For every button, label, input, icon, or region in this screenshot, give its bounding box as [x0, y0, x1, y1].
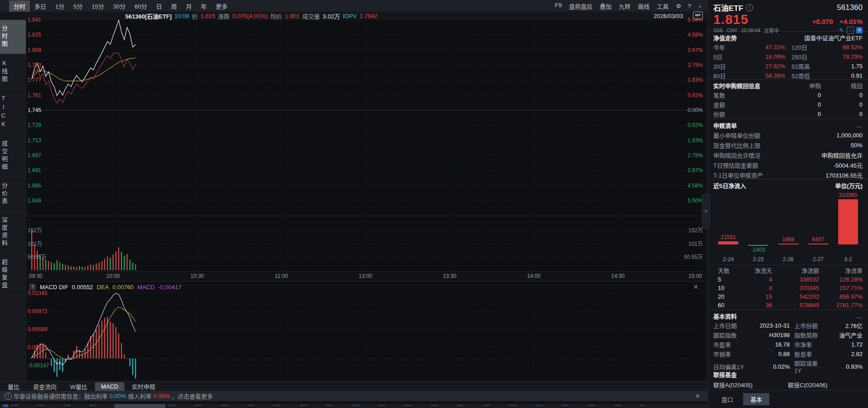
- sidebar-view-item[interactable]: 超级复盘: [0, 253, 26, 295]
- help-icon[interactable]: ?: [685, 3, 694, 9]
- period-tab[interactable]: 月: [181, 0, 196, 12]
- indicator-tab[interactable]: 量比: [2, 381, 25, 392]
- sidebar-view-item[interactable]: K线图: [0, 54, 26, 89]
- macd-axis-label: 0.00226: [28, 344, 47, 351]
- basic-info-row: 市盈率 16.78 市净率 1.72: [713, 340, 863, 349]
- intraday-chart[interactable]: 1.8411.8251.8091.7931.7771.7611.7451.729…: [26, 20, 705, 271]
- status-bar[interactable]: ! 华泰证券融券通供需信息：融出利率 0.00% 借入利率 0.00% ，点击查…: [0, 391, 707, 401]
- linked-fund-a[interactable]: 联接A(020405): [713, 380, 788, 389]
- indicator-tab[interactable]: 资金流向: [27, 381, 62, 392]
- inflow-table-header: 天数 净流天 净流额 净流率: [713, 265, 863, 275]
- net-days-value: 4: [736, 276, 772, 283]
- nav-label: 120日: [785, 43, 817, 52]
- quote-header: 石油ETF i 561360 1.815 +0.070 +4.01% SSE C…: [708, 0, 868, 32]
- gear-icon[interactable]: ⚙: [674, 3, 683, 9]
- time-axis-label: 13:00: [359, 273, 372, 279]
- sidebar-view-item[interactable]: 分价表: [0, 177, 26, 211]
- fund-full-name: 国泰中证油气产业ETF: [804, 33, 863, 42]
- last-price: 1.815: [713, 12, 749, 27]
- period-tab[interactable]: 5分: [69, 0, 87, 12]
- nav-value: 68.52%: [817, 44, 863, 51]
- close-icon[interactable]: ✕: [695, 393, 700, 400]
- period-tab[interactable]: 日: [152, 0, 166, 12]
- col-net-amount: 净流额: [772, 266, 819, 275]
- close-icon[interactable]: ✕: [693, 283, 698, 291]
- sidebar-view-item[interactable]: 成交明细: [0, 135, 26, 177]
- net-amount-value: 542202: [772, 293, 819, 300]
- section-title-realtime: 实时申购赎回信息: [713, 81, 779, 90]
- toolbar-tool[interactable]: 盘前盘后: [565, 0, 596, 12]
- inflow-table-row: 10 8 370345 157.71%: [713, 284, 863, 292]
- price-axis-label: 1.681: [28, 167, 41, 174]
- creation-list-row: 申购赎回允许情况 申购赎回皆允许: [713, 150, 863, 160]
- cutoff-icon: [3, 404, 8, 407]
- list-value: 申购赎回皆允许: [821, 151, 863, 159]
- section-title-linked: 联接基金: [713, 370, 737, 379]
- inflow-bar: [748, 245, 768, 246]
- basic-info-row: 跟踪指数 H30198 指数简称 油气产业: [713, 330, 863, 340]
- iopv-value: 1.7942: [360, 13, 378, 19]
- macd-panel[interactable]: ? MACD DIF 0.00552 DEA 0.00760 MACD -0.0…: [26, 281, 705, 381]
- panel-tab[interactable]: 基本: [743, 393, 769, 405]
- sidebar-view-item[interactable]: 深度资料: [0, 211, 26, 253]
- volume-axis-label: 50.55万: [684, 254, 703, 260]
- toolbar-tool[interactable]: 九转: [615, 0, 634, 12]
- price-axis-label: 1.825: [28, 32, 41, 38]
- period-tab[interactable]: 周: [166, 0, 181, 12]
- sidebar-view-item[interactable]: 分时图: [0, 20, 26, 54]
- toolbar-tool[interactable]: 工具: [653, 0, 672, 12]
- period-tab[interactable]: 更多: [211, 0, 232, 12]
- panel-tabs: 盘口基本: [708, 390, 868, 408]
- linked-fund-c[interactable]: 联接C(020406): [788, 380, 863, 389]
- basic-value: 油气产业: [821, 331, 863, 339]
- price-axis-label: 1.745: [28, 107, 41, 113]
- indicator-tab[interactable]: MACD: [95, 382, 124, 391]
- toolbar-tool[interactable]: 画线: [634, 0, 653, 12]
- basic-value: 2023-10-31: [748, 322, 790, 329]
- period-tab[interactable]: 年: [196, 0, 211, 12]
- panel-collapse-handle[interactable]: »: [702, 193, 710, 229]
- list-label: T-1日单位申赎资产: [713, 171, 763, 179]
- toolbar-tool[interactable]: 叠加: [596, 0, 615, 12]
- period-tab[interactable]: 60分: [130, 0, 151, 12]
- price-axis-label: 1.793: [28, 62, 41, 68]
- volume-label: 成交量: [302, 12, 320, 20]
- period-tab[interactable]: 多日: [30, 0, 51, 12]
- price-change-pct: +4.01%: [840, 18, 863, 25]
- price-axis-label: 1.809: [28, 47, 41, 53]
- indicator-tab[interactable]: W量比: [64, 381, 93, 392]
- period-tab[interactable]: 分时: [9, 0, 30, 12]
- percent-axis-label: 4.58%: [688, 32, 703, 38]
- period-tab[interactable]: 15分: [87, 0, 109, 12]
- more-button[interactable]: …: [856, 313, 863, 319]
- period-tabs: 分时多日1分5分15分30分60分日周月年更多: [9, 0, 232, 12]
- more-button[interactable]: …: [856, 122, 863, 129]
- nav-trend-rows: 今年 47.32% 120日 68.52% 5日 18.09% 250日 78.…: [713, 42, 863, 80]
- indicator-tab[interactable]: 实时申赎: [126, 381, 161, 392]
- chevron-right-icon[interactable]: ›: [696, 3, 705, 9]
- creation-list-rows: 最小申赎单位份额 1,000,000 现金替代比例上限 50% 申购赎回允许情况…: [713, 130, 863, 180]
- inflow-table-row: 60 36 578649 2761.77%: [713, 301, 863, 310]
- net-amount-value: 578649: [772, 302, 819, 309]
- realtime-rows: 笔数 0 0 金额 0 0 份额 0 0: [713, 90, 863, 119]
- time-axis-label: 14:30: [611, 273, 625, 279]
- list-label: 现金替代比例上限: [713, 141, 760, 150]
- period-tab[interactable]: 30分: [109, 0, 130, 12]
- col-net-rate: 净流率: [819, 266, 863, 275]
- info-icon[interactable]: i: [746, 4, 753, 11]
- basic-info-row: 市销率 0.88 股息率 2.82: [713, 349, 863, 359]
- nav-value: 18.09%: [740, 53, 785, 60]
- list-value: 1,000,000: [836, 132, 863, 139]
- list-value: 50%: [851, 142, 863, 149]
- price-axis-label: 1.777: [28, 77, 41, 83]
- volume-value: 3.02万: [323, 12, 340, 20]
- period-tab[interactable]: 1分: [51, 0, 69, 12]
- panel-tab[interactable]: 盘口: [714, 393, 740, 405]
- avg-label: 均价: [270, 12, 282, 20]
- toolbar-tool[interactable]: F9: [551, 0, 565, 12]
- volume-axis-label: 101万: [688, 241, 703, 247]
- help-icon[interactable]: ?: [29, 283, 36, 291]
- realtime-creation-section: 实时申购赎回信息 申购 赎回 笔数 0 0 金额 0 0: [708, 80, 868, 119]
- sidebar-view-item[interactable]: TICK: [0, 89, 26, 135]
- inflow-bar: [778, 244, 798, 244]
